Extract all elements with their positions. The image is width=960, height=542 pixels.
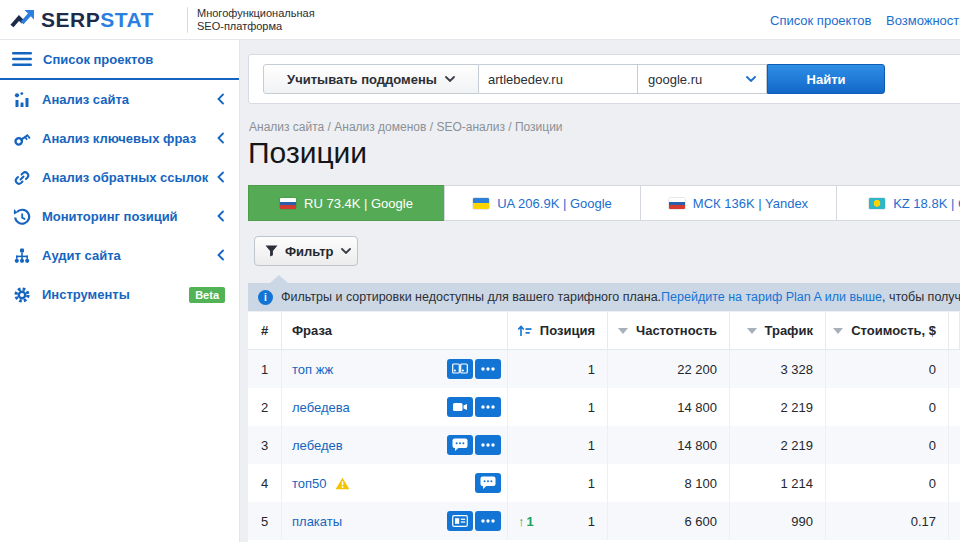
comment-icon[interactable]	[447, 435, 473, 455]
notice-pointer	[270, 275, 288, 283]
table-row: 3 лебедев	[248, 426, 960, 464]
table-row: 1 топ жж	[248, 350, 960, 388]
sidebar: Список проектов Анализ сайта	[0, 40, 240, 542]
chevron-left-icon[interactable]	[217, 247, 225, 265]
top-nav: Список проектов Возможности	[0, 0, 960, 40]
sidebar-item-rank-monitoring[interactable]: Мониторинг позиций	[0, 197, 239, 236]
funnel-icon	[265, 245, 278, 257]
keyword-icon	[12, 129, 31, 148]
chevron-left-icon[interactable]	[217, 208, 225, 226]
serp-features	[447, 359, 501, 379]
sidebar-header-label: Список проектов	[43, 52, 153, 67]
plan-notice-banner: i Фильтры и сортировки недоступны для ва…	[248, 283, 960, 311]
nav-projects-link[interactable]: Список проектов	[770, 13, 871, 28]
backlinks-icon	[12, 168, 31, 187]
phrase-link[interactable]: топ50	[292, 476, 327, 491]
chevron-down-icon	[341, 248, 351, 254]
serpstat-app: SERPSTAT Многофункциональная SEO-платфор…	[0, 0, 960, 542]
region-tabs: RU 73.4K | Google UA 206.9K | Google МСК…	[248, 185, 960, 221]
sidebar-projects-header[interactable]: Список проектов	[0, 40, 239, 80]
chevron-left-icon[interactable]	[217, 169, 225, 187]
chevron-down-icon	[746, 76, 756, 82]
more-icon[interactable]	[475, 435, 501, 455]
more-icon[interactable]	[475, 511, 501, 531]
triangle-down-icon[interactable]	[618, 328, 628, 334]
search-row: Учитывать поддомены google.ru Найти	[263, 64, 885, 94]
serp-features	[447, 511, 501, 531]
upgrade-plan-link[interactable]: Перейдите на тариф Plan A или выше	[661, 290, 882, 304]
subdomains-dropdown[interactable]: Учитывать поддомены	[263, 64, 479, 94]
flag-ru-icon	[280, 198, 296, 209]
filter-button[interactable]: Фильтр	[254, 236, 358, 266]
flag-kz-icon	[869, 198, 885, 209]
beta-badge: Beta	[189, 287, 225, 303]
more-icon[interactable]	[475, 359, 501, 379]
tab-ua-google[interactable]: UA 206.9K | Google	[444, 185, 641, 221]
table-header-row: # Фраза Позиция Частотность	[248, 312, 960, 350]
phrase-link[interactable]: топ жж	[292, 362, 333, 377]
serp-features	[447, 397, 501, 417]
main-content: Учитывать поддомены google.ru Найти Анал…	[240, 40, 960, 542]
search-button[interactable]: Найти	[767, 64, 885, 94]
table-row: 5 плакаты	[248, 502, 960, 540]
triangle-down-icon[interactable]	[747, 328, 757, 334]
more-icon[interactable]	[475, 397, 501, 417]
hamburger-menu-icon[interactable]	[12, 51, 32, 67]
knowledge-card-icon[interactable]	[447, 511, 473, 531]
breadcrumb[interactable]: Анализ сайта / Анализ доменов / SEO-анал…	[249, 120, 563, 134]
positions-table: # Фраза Позиция Частотность	[248, 312, 960, 542]
serp-features	[475, 473, 501, 493]
comment-icon[interactable]	[475, 473, 501, 493]
nav-features-link[interactable]: Возможности	[886, 13, 960, 28]
site-audit-icon	[12, 246, 31, 265]
flag-ua-icon	[473, 198, 489, 209]
sidebar-item-tools[interactable]: Инструменты Beta	[0, 275, 239, 314]
chevron-left-icon[interactable]	[217, 130, 225, 148]
col-header-num[interactable]: #	[248, 312, 282, 350]
sidebar-item-keyword-analysis[interactable]: Анализ ключевых фраз	[0, 119, 239, 158]
phrase-link[interactable]: лебедев	[292, 438, 343, 453]
page-title: Позиции	[248, 136, 367, 170]
chevron-down-icon	[445, 76, 455, 82]
tab-msk-yandex[interactable]: МСК 136K | Yandex	[640, 185, 837, 221]
col-header-filler	[949, 312, 960, 350]
sidebar-item-backlinks-analysis[interactable]: Анализ обратных ссылок	[0, 158, 239, 197]
table-row: 4 топ50	[248, 464, 960, 502]
position-change: ↑1	[518, 514, 534, 529]
col-header-volume[interactable]: Частотность	[608, 312, 730, 350]
sort-ascending-icon[interactable]	[517, 324, 532, 337]
triangle-down-icon[interactable]	[833, 328, 843, 334]
col-header-cost[interactable]: Стоимость, $	[826, 312, 949, 350]
chevron-left-icon[interactable]	[217, 91, 225, 109]
images-icon[interactable]	[447, 359, 473, 379]
search-card: Учитывать поддомены google.ru Найти	[248, 54, 960, 104]
tools-gear-icon	[12, 285, 31, 304]
flag-ru-icon	[669, 198, 685, 209]
sidebar-item-site-audit[interactable]: Аудит сайта	[0, 236, 239, 275]
col-header-phrase[interactable]: Фраза	[282, 312, 508, 350]
arrow-up-icon: ↑	[518, 514, 525, 529]
rank-monitoring-icon	[12, 207, 31, 226]
domain-search-input[interactable]	[479, 64, 638, 94]
top-header: SERPSTAT Многофункциональная SEO-платфор…	[0, 0, 960, 40]
video-icon[interactable]	[447, 397, 473, 417]
phrase-link[interactable]: лебедева	[292, 400, 350, 415]
warning-icon[interactable]	[335, 477, 350, 490]
col-header-traffic[interactable]: Трафик	[730, 312, 826, 350]
search-engine-select[interactable]: google.ru	[638, 64, 767, 94]
tab-kz-google[interactable]: KZ 18.8K | Google	[836, 185, 960, 221]
col-header-position[interactable]: Позиция	[508, 312, 608, 350]
phrase-link[interactable]: плакаты	[292, 514, 342, 529]
sidebar-item-site-analysis[interactable]: Анализ сайта	[0, 80, 239, 119]
site-analysis-icon	[12, 90, 31, 109]
info-icon: i	[258, 290, 273, 305]
serp-features	[447, 435, 501, 455]
tab-ru-google[interactable]: RU 73.4K | Google	[248, 185, 445, 221]
table-row: 2 лебедева	[248, 388, 960, 426]
